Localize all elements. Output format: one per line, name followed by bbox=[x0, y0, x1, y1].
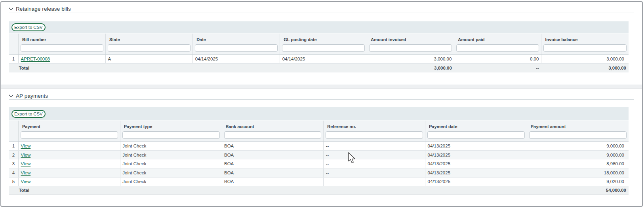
total-bank-account bbox=[222, 186, 324, 194]
column-header-bank-account[interactable]: Bank account bbox=[222, 121, 324, 142]
total-row-spacer bbox=[9, 64, 19, 72]
cell-bank-account: BOA bbox=[222, 142, 324, 151]
section-title: AP payments bbox=[16, 93, 48, 99]
column-label: Amount invoiced bbox=[371, 37, 450, 43]
column-header-payment-amount[interactable]: Payment amount bbox=[527, 121, 629, 142]
total-label: Total bbox=[19, 186, 120, 194]
column-header-gl-posting-date[interactable]: GL posting date bbox=[280, 34, 367, 55]
cell-payment-date: 04/13/2025 bbox=[425, 177, 527, 186]
filter-input-payment-date[interactable] bbox=[427, 131, 525, 139]
view-link[interactable]: View bbox=[21, 144, 31, 148]
column-header-invoice-balance[interactable]: Invoice balance bbox=[541, 34, 629, 55]
column-header-reference-no[interactable]: Reference no. bbox=[324, 121, 425, 142]
filter-input-reference-no[interactable] bbox=[326, 131, 423, 139]
view-link[interactable]: View bbox=[21, 170, 31, 175]
total-gl-posting-date bbox=[280, 64, 367, 72]
cell-payment: View bbox=[19, 159, 120, 168]
grid-header-row: Bill numberStateDateGL posting dateAmoun… bbox=[9, 34, 629, 55]
view-link[interactable]: View bbox=[21, 179, 31, 184]
view-link[interactable]: View bbox=[21, 153, 31, 157]
section-header-retainage[interactable]: Retainage release bills bbox=[9, 6, 634, 13]
cell-payment: View bbox=[19, 142, 120, 151]
column-header-amount-invoiced[interactable]: Amount invoiced bbox=[367, 34, 454, 55]
filter-input-payment[interactable] bbox=[21, 131, 118, 139]
cell-amount-paid: 0.00 bbox=[454, 55, 541, 64]
cell-payment: View bbox=[19, 168, 120, 177]
row-number: 5 bbox=[9, 177, 19, 186]
view-link[interactable]: View bbox=[21, 161, 31, 166]
chevron-down-icon bbox=[9, 8, 13, 11]
total-date bbox=[193, 64, 280, 72]
filter-input-bill-number[interactable] bbox=[21, 44, 103, 52]
column-label: Payment type bbox=[124, 124, 218, 130]
row-number: 2 bbox=[9, 150, 19, 159]
filter-input-payment-amount[interactable] bbox=[529, 131, 627, 139]
section-divider bbox=[1, 85, 642, 89]
table-row: 3ViewJoint CheckBOA--04/13/20258,980.00 bbox=[9, 159, 629, 168]
column-header-state[interactable]: State bbox=[106, 34, 193, 55]
column-label: Payment date bbox=[429, 124, 523, 130]
export-to-csv-button[interactable]: Export to CSV bbox=[11, 110, 46, 118]
grid-toolbar: Export to CSV bbox=[9, 107, 629, 121]
ap-payments-grid: PaymentPayment typeBank accountReference… bbox=[9, 121, 629, 194]
table-row: 4ViewJoint CheckBOA--04/13/202518,000.00 bbox=[9, 168, 629, 177]
column-label: Payment amount bbox=[531, 124, 625, 130]
column-label: Amount paid bbox=[458, 37, 537, 43]
cell-payment: View bbox=[19, 150, 120, 159]
filter-input-amount-paid[interactable] bbox=[456, 44, 539, 52]
column-header-payment[interactable]: Payment bbox=[19, 121, 120, 142]
filter-input-bank-account[interactable] bbox=[224, 131, 322, 139]
cell-reference-no: -- bbox=[324, 150, 425, 159]
ap-payments-panel: Export to CSV PaymentPayment typeBank ac… bbox=[9, 107, 629, 194]
cell-bank-account: BOA bbox=[222, 168, 324, 177]
cell-date: 04/14/2025 bbox=[193, 55, 280, 64]
table-row: 1ViewJoint CheckBOA--04/13/20259,000.00 bbox=[9, 142, 629, 151]
retainage-bills-panel: Export to CSV Bill numberStateDateGL pos… bbox=[9, 21, 629, 72]
filter-input-invoice-balance[interactable] bbox=[543, 44, 627, 52]
retainage-bills-grid: Bill numberStateDateGL posting dateAmoun… bbox=[9, 34, 629, 72]
column-header-amount-paid[interactable]: Amount paid bbox=[454, 34, 541, 55]
column-header-bill-number[interactable]: Bill number bbox=[19, 34, 106, 55]
section-retainage-release-bills: Retainage release bills Export to CSV Bi… bbox=[1, 6, 642, 72]
total-reference-no bbox=[324, 186, 425, 194]
cell-payment-date: 04/13/2025 bbox=[425, 150, 527, 159]
total-state bbox=[106, 64, 193, 72]
cell-reference-no: -- bbox=[324, 142, 425, 151]
table-row: 1APRET-00008A04/14/202504/14/20253,000.0… bbox=[9, 55, 629, 64]
cell-payment: View bbox=[19, 177, 120, 186]
section-header-ap-payments[interactable]: AP payments bbox=[9, 93, 634, 100]
cell-payment-type: Joint Check bbox=[120, 168, 222, 177]
column-header-date[interactable]: Date bbox=[193, 34, 280, 55]
column-label: Bank account bbox=[226, 124, 320, 130]
filter-input-payment-type[interactable] bbox=[122, 131, 220, 139]
cell-payment-date: 04/13/2025 bbox=[425, 159, 527, 168]
filter-input-date[interactable] bbox=[195, 44, 278, 52]
filter-input-amount-invoiced[interactable] bbox=[369, 44, 452, 52]
cell-payment-amount: 8,980.00 bbox=[527, 159, 629, 168]
cell-bank-account: BOA bbox=[222, 177, 324, 186]
column-label: Date bbox=[196, 37, 276, 43]
page-frame: Retainage release bills Export to CSV Bi… bbox=[0, 1, 643, 207]
cell-payment-type: Joint Check bbox=[120, 150, 222, 159]
total-row: Total54,000.00 bbox=[9, 186, 629, 194]
cell-payment-type: Joint Check bbox=[120, 159, 222, 168]
row-number: 4 bbox=[9, 168, 19, 177]
cell-reference-no: -- bbox=[324, 177, 425, 186]
export-to-csv-button[interactable]: Export to CSV bbox=[11, 23, 46, 31]
section-title: Retainage release bills bbox=[16, 6, 71, 12]
apret-00008-link[interactable]: APRET-00008 bbox=[21, 57, 50, 61]
row-number: 1 bbox=[9, 55, 19, 64]
cell-payment-amount: 9,000.00 bbox=[527, 142, 629, 151]
total-label: Total bbox=[19, 64, 106, 72]
cell-state: A bbox=[106, 55, 193, 64]
cell-payment-amount: 9,000.00 bbox=[527, 150, 629, 159]
section-ap-payments: AP payments Export to CSV PaymentPayment… bbox=[1, 93, 642, 194]
filter-input-gl-posting-date[interactable] bbox=[282, 44, 365, 52]
table-row: 5ViewJoint CheckBOA--04/13/20259,020.00 bbox=[9, 177, 629, 186]
filter-input-state[interactable] bbox=[108, 44, 191, 52]
column-label: Payment bbox=[22, 124, 116, 130]
column-header-payment-date[interactable]: Payment date bbox=[425, 121, 527, 142]
column-header-payment-type[interactable]: Payment type bbox=[120, 121, 222, 142]
cell-payment-type: Joint Check bbox=[120, 142, 222, 151]
total-payment-amount: 54,000.00 bbox=[527, 186, 629, 194]
